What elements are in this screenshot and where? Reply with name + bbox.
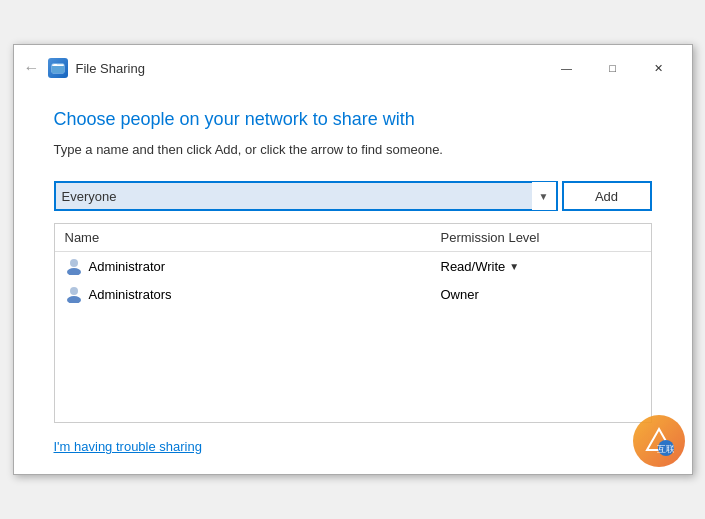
row-permission-administrators: Owner <box>441 287 641 302</box>
title-bar: ← File Sharing — □ ✕ <box>14 45 692 89</box>
svg-point-3 <box>70 259 78 267</box>
trouble-link[interactable]: I'm having trouble sharing <box>54 439 652 454</box>
permission-value-administrators: Owner <box>441 287 479 302</box>
title-bar-left: ← File Sharing <box>24 58 145 78</box>
administrators-name: Administrators <box>89 287 172 302</box>
close-button[interactable]: ✕ <box>636 53 682 83</box>
permission-column-header: Permission Level <box>441 230 641 245</box>
instruction-text: Type a name and then click Add, or click… <box>54 142 652 157</box>
watermark: 互联 <box>633 415 685 467</box>
svg-rect-1 <box>52 66 64 73</box>
window-title: File Sharing <box>76 61 145 76</box>
main-content: Choose people on your network to share w… <box>14 89 692 474</box>
svg-text:互联: 互联 <box>657 444 674 454</box>
add-button[interactable]: Add <box>562 181 652 211</box>
minimize-button[interactable]: — <box>544 53 590 83</box>
window-controls: — □ ✕ <box>544 53 682 83</box>
name-input[interactable] <box>56 183 532 209</box>
maximize-button[interactable]: □ <box>590 53 636 83</box>
svg-rect-2 <box>54 64 57 66</box>
name-column-header: Name <box>65 230 441 245</box>
user-icon-administrators <box>65 285 83 303</box>
input-row: ▼ Add <box>54 181 652 211</box>
permission-dropdown-icon[interactable]: ▼ <box>509 261 519 272</box>
back-button[interactable]: ← <box>24 59 40 77</box>
svg-point-4 <box>67 268 81 275</box>
svg-point-5 <box>70 287 78 295</box>
section-title: Choose people on your network to share w… <box>54 109 652 130</box>
table-header: Name Permission Level <box>55 224 651 252</box>
administrator-name: Administrator <box>89 259 166 274</box>
permission-value-administrator: Read/Write <box>441 259 506 274</box>
row-name-administrators: Administrators <box>65 285 441 303</box>
file-sharing-window: ← File Sharing — □ ✕ Choose people on yo… <box>13 44 693 475</box>
app-icon <box>48 58 68 78</box>
row-name-administrator: Administrator <box>65 257 441 275</box>
table-row[interactable]: Administrators Owner <box>55 280 651 308</box>
svg-point-6 <box>67 296 81 303</box>
table-row[interactable]: Administrator Read/Write ▼ <box>55 252 651 280</box>
dropdown-button[interactable]: ▼ <box>532 182 556 210</box>
share-table: Name Permission Level Administrator <box>54 223 652 423</box>
name-input-wrapper: ▼ <box>54 181 558 211</box>
user-icon-administrator <box>65 257 83 275</box>
row-permission-administrator[interactable]: Read/Write ▼ <box>441 259 641 274</box>
